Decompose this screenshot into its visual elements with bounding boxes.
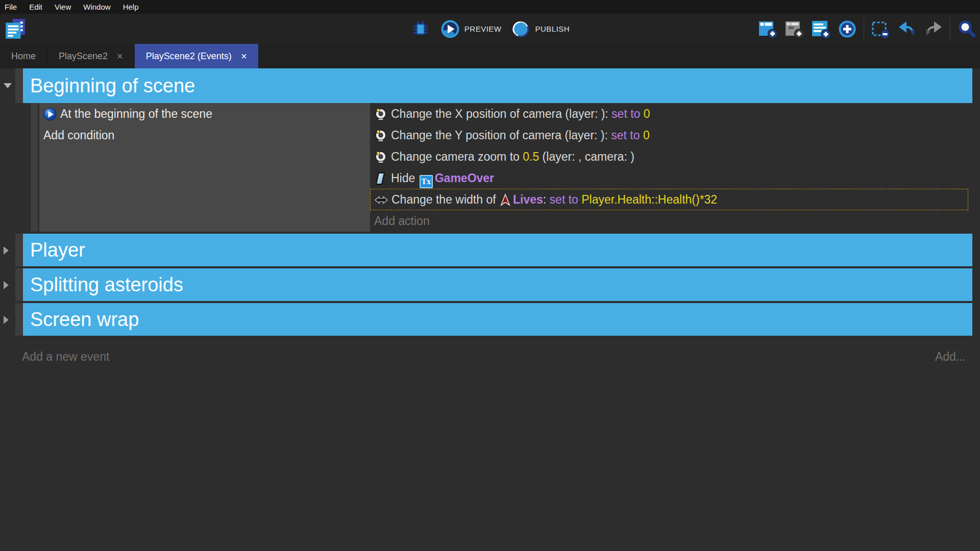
visibility-icon (374, 172, 387, 185)
event-drag-handle[interactable] (15, 268, 23, 301)
group-title: Beginning of scene (30, 75, 195, 97)
add-subevent-button[interactable] (784, 19, 804, 39)
group-header-player[interactable]: Player (23, 234, 972, 266)
toolbar-separator (864, 17, 864, 41)
expand-caret-icon[interactable] (4, 246, 9, 255)
add-condition-button[interactable]: Add condition (39, 124, 370, 146)
publish-label: PUBLISH (535, 24, 570, 33)
tab-label: PlayScene2 (Events) (146, 51, 232, 62)
menu-item-file[interactable]: File (0, 0, 23, 14)
gdevelop-window: File Edit View Window Help (0, 0, 980, 551)
event-drag-handle[interactable] (15, 234, 23, 266)
add-comment-button[interactable] (811, 19, 831, 39)
add-event-icon (757, 19, 778, 39)
preview-button[interactable]: PREVIEW (440, 18, 502, 40)
undo-button[interactable] (897, 19, 917, 39)
action-row-hide-gameover[interactable]: Hide TxGameOver (370, 167, 972, 189)
play-icon (440, 19, 460, 39)
search-icon (957, 19, 977, 39)
camera-icon (374, 151, 387, 164)
camera-icon (374, 129, 387, 142)
collapse-caret-icon[interactable] (4, 83, 12, 88)
menu-item-view[interactable]: View (48, 0, 77, 14)
redo-button[interactable] (923, 19, 944, 39)
event-drag-handle[interactable] (15, 303, 23, 336)
add-subevent-icon (784, 19, 804, 39)
group-title: Screen wrap (30, 309, 139, 331)
conditions-column: At the beginning of the scene Add condit… (39, 103, 370, 232)
menu-bar: File Edit View Window Help (0, 0, 980, 14)
publish-button[interactable]: PUBLISH (510, 18, 570, 40)
ship-icon (499, 193, 511, 207)
event-group-player: Player (0, 234, 980, 266)
tab-label: Home (11, 51, 36, 62)
remove-event-button[interactable] (870, 19, 891, 39)
close-icon[interactable]: × (241, 51, 247, 61)
add-event-button[interactable] (757, 19, 778, 39)
group-title: Player (30, 239, 85, 261)
add-event-choice-button[interactable] (837, 19, 857, 39)
undo-icon (897, 19, 917, 39)
footer-row: Add a new event Add... (0, 346, 980, 367)
action-row-camera-x[interactable]: Change the X position of camera (layer: … (370, 103, 972, 124)
expand-caret-icon[interactable] (4, 316, 9, 324)
add-event-choice-icon (837, 19, 857, 39)
tab-label: PlayScene2 (59, 51, 108, 62)
event-indent-strip (31, 103, 38, 232)
group-header-splitting-asteroids[interactable]: Splitting asteroids (23, 268, 972, 301)
event-group-beginning-of-scene: Beginning of scene (0, 68, 980, 103)
toolbar-separator (950, 17, 950, 41)
main-toolbar: PREVIEW PUBLISH (0, 14, 980, 44)
event-group-screen-wrap: Screen wrap (0, 303, 980, 336)
remove-event-icon (870, 19, 891, 39)
action-row-camera-y[interactable]: Change the Y position of camera (layer: … (370, 124, 972, 146)
play-sphere-icon (43, 108, 57, 121)
close-icon[interactable]: × (117, 51, 123, 61)
toolbar-right (757, 14, 977, 44)
events-sheet: Beginning of scene At the beginning of t… (0, 68, 980, 551)
action-row-camera-zoom[interactable]: Change camera zoom to 0.5 (layer: , came… (370, 146, 972, 167)
add-more-button[interactable]: Add... (935, 346, 966, 367)
group-header-screen-wrap[interactable]: Screen wrap (23, 303, 972, 336)
action-row-change-width-selected[interactable]: Change the width of Lives: set to Player… (370, 189, 968, 210)
redo-icon (923, 19, 944, 39)
actions-column: Change the X position of camera (layer: … (370, 103, 972, 232)
event-group-splitting-asteroids: Splitting asteroids (0, 268, 980, 301)
add-action-button[interactable]: Add action (370, 210, 972, 232)
globe-icon (510, 19, 531, 39)
condition-text: At the beginning of the scene (60, 107, 212, 120)
tab-playscene2[interactable]: PlayScene2 × (47, 44, 135, 68)
menu-item-help[interactable]: Help (117, 0, 145, 14)
event-content: At the beginning of the scene Add condit… (0, 103, 980, 232)
debug-button[interactable] (410, 18, 431, 40)
menu-item-window[interactable]: Window (77, 0, 116, 14)
search-button[interactable] (957, 19, 977, 39)
event-drag-handle[interactable] (15, 68, 23, 103)
debug-icon (410, 19, 431, 39)
camera-icon (374, 108, 387, 121)
group-title: Splitting asteroids (30, 274, 183, 296)
menu-item-edit[interactable]: Edit (23, 0, 48, 14)
width-arrow-icon (375, 193, 388, 207)
expand-caret-icon[interactable] (4, 281, 9, 289)
add-new-event-button[interactable]: Add a new event (22, 346, 109, 367)
tab-playscene2-events[interactable]: PlayScene2 (Events) × (135, 44, 259, 68)
group-header-beginning-of-scene[interactable]: Beginning of scene (23, 68, 972, 103)
preview-label: PREVIEW (464, 24, 502, 33)
condition-row[interactable]: At the beginning of the scene (39, 103, 370, 124)
tab-home[interactable]: Home (0, 44, 47, 68)
add-comment-icon (811, 19, 831, 39)
text-object-icon: Tx (420, 175, 433, 188)
tab-bar: Home PlayScene2 × PlayScene2 (Events) × (0, 44, 980, 68)
